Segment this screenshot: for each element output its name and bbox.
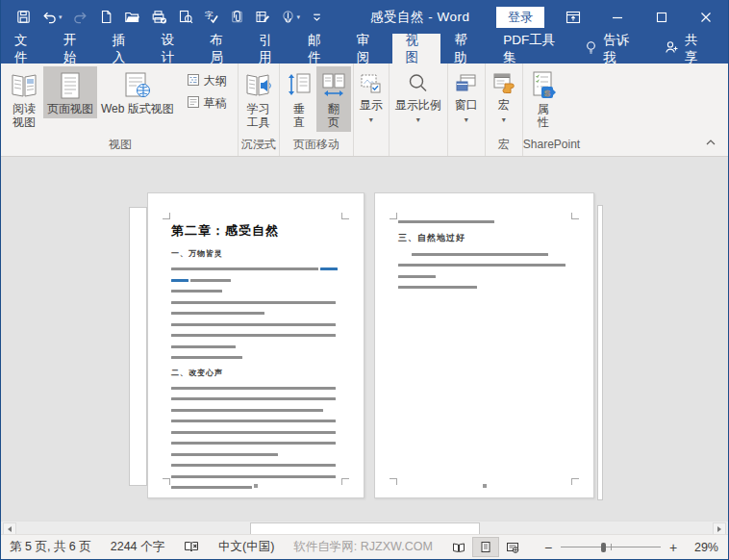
text-line [171,453,340,456]
tab-审阅[interactable]: 审阅 [343,34,392,64]
zoom-in-button[interactable]: + [668,540,678,555]
tab-视图[interactable]: 视图 [392,34,441,64]
document-canvas[interactable]: 第二章：感受自然 一、万物皆灵 二、改变心声 三、自然地过好 [1,157,728,535]
undo-dropdown-caret[interactable]: ▾ [59,13,63,21]
minimize-icon[interactable] [595,0,640,34]
text-line [171,334,340,337]
login-button[interactable]: 登录 [496,7,544,28]
horizontal-scrollbar[interactable] [1,521,728,535]
text-line [171,387,340,390]
tab-文件[interactable]: 文件 [1,34,50,64]
ribbon-view-tab: 阅读 视图 页面视图 Web 版式视图 [1,64,728,157]
tab-布局[interactable]: 布局 [196,34,245,64]
collapse-ribbon-icon[interactable] [705,133,716,150]
zoom-percentage[interactable]: 29% [686,541,718,554]
svg-text:字: 字 [205,11,214,20]
previous-page-edge[interactable] [129,207,147,486]
group-show: 显示 ▾ [354,64,390,156]
read-mode-view-icon[interactable] [445,537,472,557]
touch-mouse-mode-icon[interactable]: ▾ [279,6,303,29]
spelling-grammar-icon[interactable]: 字 [202,6,221,29]
zoom-dropdown-button[interactable]: 显示比例 ▾ [391,66,445,130]
group-window: 窗口 ▾ [448,64,486,156]
tab-tell-me[interactable]: 告诉我 [571,34,651,64]
open-icon[interactable] [122,6,142,29]
vertical-button[interactable]: 垂 直 [282,66,316,132]
print-preview-icon[interactable] [176,6,195,29]
tab-引用[interactable]: 引用 [245,34,294,64]
text-line [412,253,570,256]
zoom-caret-icon: ▾ [416,114,420,127]
print-layout-icon [59,69,82,102]
read-view-button[interactable]: 阅读 视图 [5,66,43,132]
print-layout-button[interactable]: 页面视图 [43,66,97,118]
next-page-edge[interactable] [597,205,603,500]
outline-view-button[interactable]: 大纲 [184,72,230,90]
lightbulb-icon [585,40,597,58]
page-right[interactable]: 三、自然地过好 [374,192,594,498]
save-icon[interactable] [14,6,33,29]
window-icon [454,69,479,98]
draft-icon [187,95,200,112]
text-line [171,323,340,326]
page-left[interactable]: 第二章：感受自然 一、万物皆灵 二、改变心声 [147,192,364,498]
group-zoom: 显示比例 ▾ [390,64,448,156]
edit-table-icon[interactable] [253,6,272,29]
tab-PDF工具集[interactable]: PDF工具集 [490,34,571,64]
window-dropdown-button[interactable]: 窗口 ▾ [450,66,483,130]
text-line [171,420,340,422]
properties-button[interactable]: S 属 性 [525,66,562,132]
proofing-errors-icon[interactable] [184,540,199,554]
macros-icon [491,69,516,98]
learning-tools-button[interactable]: 学习 工具 [240,66,277,132]
tab-邮件[interactable]: 邮件 [294,34,343,64]
web-layout-view-icon[interactable] [499,537,526,557]
text-line [171,301,340,304]
word-count[interactable]: 2244 个字 [111,539,164,555]
group-views: 阅读 视图 页面视图 Web 版式视图 [3,64,239,156]
quick-print-icon[interactable] [149,6,169,29]
maximize-icon[interactable] [640,0,684,34]
tab-share[interactable]: 共享 [651,34,728,64]
draft-view-button[interactable]: 草稿 [184,94,230,113]
tab-插入[interactable]: 插入 [99,34,148,64]
undo-icon[interactable]: ▾ [39,6,64,29]
ribbon-display-options-icon[interactable] [551,0,595,34]
ribbon-tabs: 文件开始插入设计布局引用邮件审阅视图帮助PDF工具集 [1,34,571,64]
svg-text:S: S [544,89,550,98]
zoom-out-button[interactable]: − [543,540,553,555]
ribbon-tab-strip: 文件开始插入设计布局引用邮件审阅视图帮助PDF工具集 告诉我 共享 [1,34,728,64]
touch-mode-dropdown-caret[interactable]: ▾ [297,13,301,21]
show-dropdown-button[interactable]: 显示 ▾ [356,66,387,130]
sharepoint-properties-icon: S [529,69,558,102]
site-note: 软件自学网: RJZXW.COM [293,539,432,555]
show-caret-icon: ▾ [369,114,373,127]
new-document-icon[interactable] [97,6,115,29]
section-heading-2: 二、改变心声 [171,368,340,378]
page-number-mark [254,484,258,488]
redo-icon-disabled [71,6,90,29]
language[interactable]: 中文(中国) [218,539,274,555]
window-caret-icon: ▾ [465,114,468,127]
attachment-icon[interactable] [228,6,246,29]
tab-开始[interactable]: 开始 [50,34,99,64]
section-heading-1: 一、万物皆灵 [171,248,340,259]
print-layout-view-icon[interactable] [472,537,499,557]
read-view-icon [9,69,39,102]
zoom-slider[interactable] [561,542,661,553]
customize-quick-access-icon[interactable] [309,6,325,29]
macros-button[interactable]: 宏 ▾ [488,66,520,130]
web-layout-button[interactable]: Web 版式视图 [97,66,178,118]
side-to-side-button[interactable]: 翻 页 [316,66,351,132]
text-line [171,345,340,348]
zoom-slider-thumb[interactable] [601,543,606,552]
paragraph-lines [398,220,570,223]
tab-帮助[interactable]: 帮助 [440,34,490,64]
close-icon[interactable] [684,0,728,34]
hyperlink-text [320,267,338,270]
side-to-side-icon [320,69,347,102]
page-info[interactable]: 第 5 页, 共 6 页 [10,539,91,555]
paragraph-lines [171,387,340,490]
group-sharepoint: S 属 性 SharePoint [523,64,580,156]
tab-设计[interactable]: 设计 [147,34,196,64]
